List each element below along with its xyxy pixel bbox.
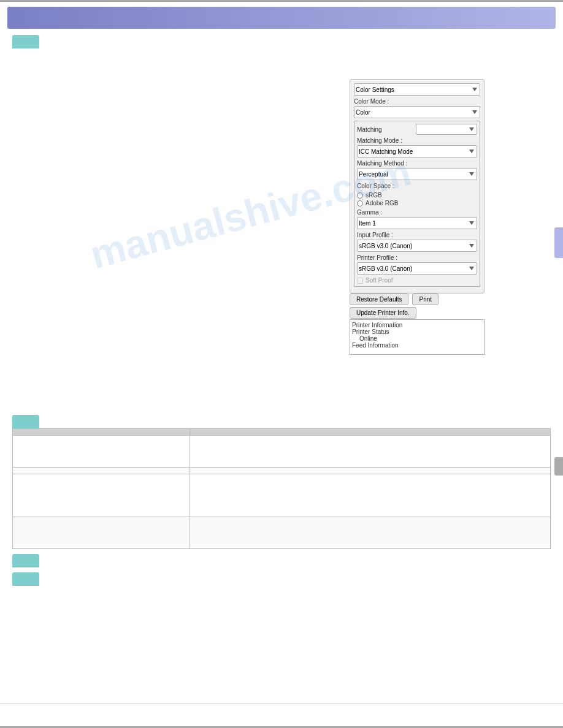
printer-profile-row: Printer Profile : sRGB v3.0 (Canon): [357, 254, 477, 275]
table-cell-divider-2: [190, 468, 551, 474]
table-cell-2-2: [190, 474, 551, 517]
table-cell-3-1: [13, 517, 190, 549]
matching-section: Matching Matching Mode : ICC Matching Mo…: [354, 121, 480, 287]
adobe-rgb-radio[interactable]: [357, 200, 363, 207]
matching-mode-label: Matching Mode :: [357, 137, 477, 144]
color-settings-title-row: Color Settings: [354, 83, 480, 96]
matching-method-row: Matching Method : Perceptual: [357, 160, 477, 180]
table-section: [12, 428, 551, 549]
bottom-right-tab: [554, 457, 563, 476]
soft-proof-label: Soft Proof: [366, 277, 393, 284]
srgb-radio-item[interactable]: sRGB: [357, 192, 477, 199]
table-cell-1-1: [13, 436, 190, 468]
top-border: [0, 0, 563, 2]
printer-profile-select[interactable]: sRGB v3.0 (Canon): [357, 262, 477, 275]
table-cell-divider: [13, 468, 190, 474]
matching-header: Matching: [357, 124, 477, 135]
input-profile-select[interactable]: sRGB v3.0 (Canon): [357, 240, 477, 252]
table-row: [13, 517, 551, 549]
printer-info-line-4: Feed Information: [352, 342, 482, 349]
note-tab-4: [12, 572, 39, 586]
printer-info-line-2: Printer Status: [352, 328, 482, 335]
printer-profile-label: Printer Profile :: [357, 254, 477, 261]
table-cell-2-1: [13, 474, 190, 517]
right-side-tab: [554, 227, 563, 258]
color-settings-select[interactable]: Color Settings: [354, 83, 480, 96]
input-profile-label: Input Profile :: [357, 232, 477, 238]
printer-info-box: Printer Information Printer Status Onlin…: [350, 319, 484, 355]
table-row: [13, 474, 551, 517]
matching-inline-select[interactable]: [416, 124, 477, 135]
table-row: [13, 468, 551, 474]
update-btn-row: Update Printer Info.: [350, 307, 416, 319]
soft-proof-checkbox[interactable]: [357, 278, 363, 284]
color-mode-label: Color Mode :: [354, 98, 480, 105]
data-table: [12, 428, 551, 549]
table-header-col2: [190, 429, 551, 436]
srgb-label: sRGB: [366, 192, 382, 199]
gamma-label: Gamma :: [357, 209, 477, 216]
color-settings-panel: Color Settings Color Mode : Color Matchi…: [350, 79, 484, 294]
table-cell-1-2: [190, 436, 551, 468]
printer-info-line-3: Online: [352, 335, 482, 342]
matching-mode-row: Matching Mode : ICC Matching Mode: [357, 137, 477, 157]
gamma-select[interactable]: Item 1: [357, 217, 477, 229]
header-bar: [7, 7, 556, 29]
matching-title: Matching: [357, 126, 382, 133]
table-header-col1: [13, 429, 190, 436]
bottom-separator: [0, 703, 563, 703]
matching-method-label: Matching Method :: [357, 160, 477, 167]
restore-defaults-button[interactable]: Restore Defaults: [350, 294, 408, 305]
panel-buttons: Restore Defaults Print: [350, 294, 439, 305]
color-mode-row: Color Mode : Color: [354, 98, 480, 118]
matching-method-select[interactable]: Perceptual: [357, 168, 477, 180]
adobe-rgb-radio-item[interactable]: Adobe RGB: [357, 200, 477, 207]
color-space-row: Color Space : sRGB Adobe RGB: [357, 183, 477, 207]
note-tab-1: [12, 35, 39, 48]
srgb-radio[interactable]: [357, 192, 363, 199]
adobe-rgb-label: Adobe RGB: [366, 200, 398, 207]
color-space-radio-group: sRGB Adobe RGB: [357, 192, 477, 207]
input-profile-row: Input Profile : sRGB v3.0 (Canon): [357, 232, 477, 252]
matching-mode-select[interactable]: ICC Matching Mode: [357, 145, 477, 157]
note-tab-2: [12, 415, 39, 428]
soft-proof-row: Soft Proof: [357, 277, 477, 284]
color-space-label: Color Space :: [357, 183, 477, 189]
note-tab-3: [12, 554, 39, 567]
table-row: [13, 436, 551, 468]
print-button[interactable]: Print: [412, 294, 439, 305]
update-printer-info-button[interactable]: Update Printer Info.: [350, 307, 416, 319]
printer-info-line-1: Printer Information: [352, 322, 482, 328]
color-mode-select[interactable]: Color: [354, 106, 480, 118]
table-cell-3-2: [190, 517, 551, 549]
gamma-row: Gamma : Item 1: [357, 209, 477, 229]
